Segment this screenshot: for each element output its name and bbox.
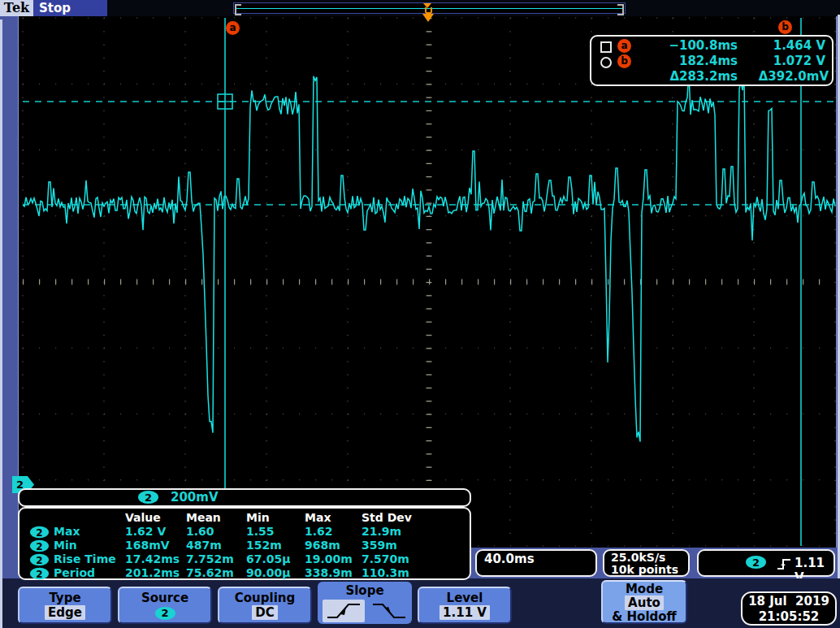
- trigger-position-arrow-icon: [422, 14, 434, 22]
- time-value: 21:05:52: [743, 609, 835, 625]
- cursor-a-badge[interactable]: a: [226, 21, 240, 35]
- measurement-row-label: 2Rise Time: [29, 552, 125, 566]
- record-length-value: 10k points: [611, 564, 688, 576]
- col-header-min: Min: [246, 511, 305, 525]
- measurement-cell: 75.62m: [186, 566, 246, 580]
- cursor-b-time: 182.4ms: [640, 54, 738, 68]
- row-channel-badge: 2: [30, 567, 49, 579]
- channel-2-waveform: [23, 72, 835, 442]
- measurement-cell: 110.3m: [362, 566, 470, 580]
- trigger-slope-icon: [776, 557, 794, 571]
- cursor-b-voltage: 1.072 V: [730, 54, 825, 68]
- channel-2-badge: 2: [138, 491, 158, 504]
- measurement-cell: 21.9m: [362, 525, 470, 539]
- acquisition-readout: 25.0kS/s 10k points: [603, 549, 690, 577]
- measurement-cell: 359m: [362, 539, 470, 552]
- acquisition-status: Stop: [39, 1, 71, 15]
- date-value: 18 Jul 2019: [743, 594, 835, 609]
- col-header-stddev: Std Dev: [362, 511, 470, 525]
- measurement-cell: 17.42ms: [125, 552, 186, 566]
- measurement-cell: 1.62 V: [125, 525, 186, 539]
- type-value: Edge: [45, 605, 85, 620]
- measurement-row-label: 2Min: [29, 539, 125, 552]
- cursor-delta-voltage: Δ392.0mV: [730, 69, 829, 84]
- cursor-b-circle-icon: [600, 57, 612, 68]
- measurement-cell: 487m: [186, 539, 246, 552]
- coupling-value: DC: [252, 605, 277, 620]
- cursor-readout-box: a −100.8ms 1.464 V b 182.4ms 1.072 V Δ28…: [590, 35, 834, 86]
- menu-button-slope[interactable]: Slope: [318, 582, 412, 624]
- oscilloscope-screen: Tek Stop: [0, 0, 840, 628]
- trigger-source-badge: 2: [746, 556, 766, 569]
- source-channel-badge: 2: [155, 607, 175, 620]
- menu-button-type[interactable]: Type Edge: [18, 587, 112, 624]
- measurement-cell: 90.00µ: [246, 566, 305, 580]
- channel-scale-bar: 2 200mV: [18, 488, 471, 507]
- record-view-bar[interactable]: [233, 2, 626, 14]
- rising-slope-icon: [323, 600, 365, 622]
- measurement-cell: 67.05µ: [246, 552, 305, 566]
- measurement-table: Value Mean Min Max Std Dev 2Max 1.62 V 1…: [18, 507, 471, 580]
- datetime-box: 18 Jul 2019 21:05:52: [741, 591, 837, 626]
- mode-value: Auto: [625, 596, 664, 610]
- measurement-cell: 338.9m: [305, 566, 362, 580]
- trigger-status-readout: 2 1.11 V: [697, 549, 835, 577]
- menu-button-source[interactable]: Source 2: [118, 587, 212, 624]
- measurement-cell: 7.752m: [186, 552, 246, 566]
- measurement-row-label: 2Max: [29, 525, 125, 539]
- record-view-right-bracket-icon: [617, 4, 624, 15]
- measurement-cell: 19.00m: [305, 552, 362, 566]
- col-header-max: Max: [305, 511, 362, 525]
- menu-button-coupling[interactable]: Coupling DC: [218, 587, 312, 624]
- record-view-left-bracket-icon: [235, 4, 241, 15]
- measurement-cell: 1.55: [246, 525, 305, 539]
- row-channel-badge: 2: [30, 553, 49, 565]
- tek-logo: Tek: [0, 0, 33, 16]
- slope-label: Slope: [319, 583, 410, 598]
- measurement-cell: 1.62: [305, 525, 362, 539]
- col-header-mean: Mean: [186, 511, 246, 525]
- measurement-cell: 168mV: [125, 539, 186, 552]
- measurement-cell: 201.2ms: [125, 566, 186, 580]
- measurement-cell: 7.570m: [362, 552, 470, 566]
- cursor-a-voltage: 1.464 V: [730, 38, 825, 53]
- row-channel-badge: 2: [30, 526, 49, 538]
- menu-button-level[interactable]: Level 1.11 V: [418, 587, 512, 624]
- cursor-a-time: −100.8ms: [640, 38, 738, 53]
- type-label: Type: [19, 591, 110, 605]
- channel-scale-value: 200mV: [171, 490, 219, 505]
- row-channel-badge: 2: [30, 539, 49, 552]
- source-label: Source: [119, 591, 210, 605]
- cursor-b-badge[interactable]: b: [778, 20, 792, 34]
- bezel-left-edge: [0, 19, 2, 628]
- cursor-a-square-icon: [600, 41, 612, 53]
- timebase-readout: 40.0ms: [475, 549, 597, 577]
- falling-slope-icon[interactable]: [368, 600, 410, 622]
- measurement-cell: 152m: [246, 539, 305, 552]
- cursor-b-row-badge: b: [617, 54, 631, 68]
- waveform-plot: [19, 16, 836, 548]
- rising-slope-chip[interactable]: [323, 600, 365, 622]
- trigger-position-u-icon: [425, 7, 432, 14]
- col-header-value: Value: [125, 511, 186, 525]
- cursor-a-row-badge: a: [617, 39, 631, 53]
- measurement-cell: 968m: [305, 539, 362, 552]
- measurement-cell: 1.60: [186, 525, 246, 539]
- mode-value2: & Holdoff: [603, 610, 686, 624]
- timebase-value: 40.0ms: [484, 552, 535, 566]
- cursor-delta-time: Δ283.2ms: [640, 69, 738, 84]
- sample-rate-value: 25.0kS/s: [611, 552, 688, 564]
- level-value: 1.11 V: [439, 605, 490, 620]
- measurement-row-label: 2Period: [29, 566, 125, 580]
- level-label: Level: [419, 591, 510, 605]
- graticule-area: [18, 16, 837, 548]
- mode-label: Mode: [603, 583, 686, 596]
- coupling-label: Coupling: [219, 591, 310, 605]
- menu-button-mode[interactable]: Mode Auto & Holdoff: [601, 580, 687, 624]
